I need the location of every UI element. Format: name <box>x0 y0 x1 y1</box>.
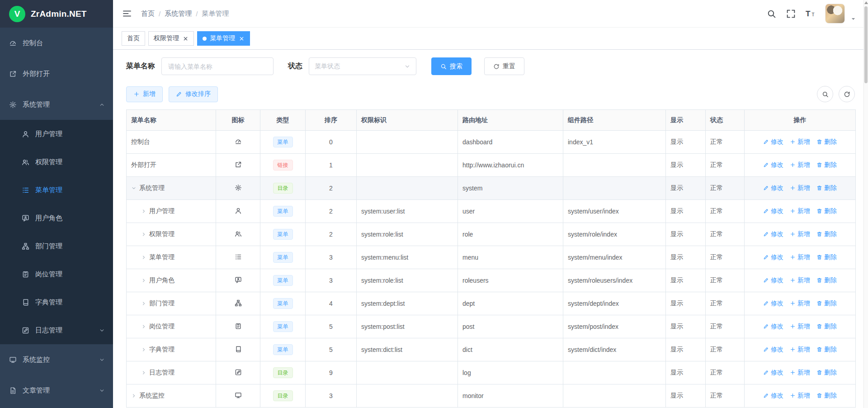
page-scrollbar[interactable] <box>863 0 868 408</box>
row-add-button[interactable]: 新增 <box>790 323 810 331</box>
row-add-button[interactable]: 新增 <box>790 346 810 354</box>
row-delete-button[interactable]: 删除 <box>816 253 837 261</box>
row-delete-button[interactable]: 删除 <box>816 138 837 146</box>
row-add-button[interactable]: 新增 <box>790 369 810 377</box>
table-row-dashboard[interactable]: 控制台 菜单0dashboardindex_v1显示正常修改新增删除 <box>127 131 856 154</box>
row-add-button[interactable]: 新增 <box>790 299 810 308</box>
row-edit-button[interactable]: 修改 <box>763 230 783 238</box>
tab-menu[interactable]: 菜单管理 <box>197 31 250 46</box>
sidebar-item-monitor[interactable]: 系统监控 <box>0 344 113 375</box>
row-add-button[interactable]: 新增 <box>790 161 810 169</box>
row-edit-button[interactable]: 修改 <box>763 346 783 354</box>
sidebar-item-dict[interactable]: 字典管理 <box>0 288 113 316</box>
cell-menu-name: 系统管理 <box>127 177 216 200</box>
row-delete-button[interactable]: 删除 <box>816 161 837 169</box>
row-add-button[interactable]: 新增 <box>790 230 810 238</box>
row-add-button[interactable]: 新增 <box>790 184 810 192</box>
row-delete-button[interactable]: 删除 <box>816 299 837 308</box>
row-edit-button[interactable]: 修改 <box>763 392 783 400</box>
row-edit-button[interactable]: 修改 <box>763 207 783 215</box>
menu-name-input[interactable] <box>161 57 274 75</box>
cell-icon <box>216 246 260 269</box>
row-edit-button[interactable]: 修改 <box>763 299 783 308</box>
row-delete-button[interactable]: 删除 <box>816 392 837 400</box>
row-add-button[interactable]: 新增 <box>790 253 810 261</box>
row-delete-button[interactable]: 删除 <box>816 207 837 215</box>
sidebar-item-external-link[interactable]: 外部打开 <box>0 58 113 89</box>
sidebar-item-menu[interactable]: 菜单管理 <box>0 176 113 204</box>
sidebar-item-roleusers[interactable]: 用户角色 <box>0 204 113 232</box>
table-row-menu[interactable]: 菜单管理 菜单3system:menu:listmenusystem/menu/… <box>127 246 856 269</box>
sidebar-item-user[interactable]: 用户管理 <box>0 120 113 148</box>
scrollbar-up-arrow[interactable] <box>864 1 868 4</box>
row-edit-button[interactable]: 修改 <box>763 323 783 331</box>
table-row-dept[interactable]: 部门管理 菜单4system:dept:listdeptsystem/dept/… <box>127 292 856 315</box>
cell-visible: 显示 <box>666 200 706 223</box>
row-add-button[interactable]: 新增 <box>790 276 810 285</box>
chevron-right-icon <box>141 209 146 214</box>
search-icon[interactable] <box>767 9 776 19</box>
tab-home[interactable]: 首页 <box>122 31 145 46</box>
cell-icon <box>216 384 260 408</box>
cell-actions: 修改新增删除 <box>745 338 856 361</box>
row-delete-button[interactable]: 删除 <box>816 323 837 331</box>
sidebar-item-dept[interactable]: 部门管理 <box>0 232 113 260</box>
scrollbar-thumb[interactable] <box>864 6 868 83</box>
plus-icon <box>790 277 796 283</box>
add-button[interactable]: 新增 <box>126 86 163 102</box>
row-edit-button[interactable]: 修改 <box>763 184 783 192</box>
table-row-post[interactable]: 岗位管理 菜单5system:post:listpostsystem/post/… <box>127 315 856 338</box>
row-edit-button[interactable]: 修改 <box>763 276 783 285</box>
row-edit-button[interactable]: 修改 <box>763 253 783 261</box>
reset-button[interactable]: 重置 <box>484 57 524 75</box>
table-row-dict[interactable]: 字典管理 菜单5system:dict:listdictsystem/dict/… <box>127 338 856 361</box>
table-row-log[interactable]: 日志管理 目录9log显示正常修改新增删除 <box>127 361 856 384</box>
cell-menu-name: 日志管理 <box>127 361 216 384</box>
collapse-sidebar-icon[interactable] <box>122 9 132 19</box>
row-delete-button[interactable]: 删除 <box>816 276 837 285</box>
tab-close-icon[interactable] <box>182 35 189 42</box>
breadcrumb-item-home[interactable]: 首页 <box>141 9 155 18</box>
toggle-search-button[interactable] <box>817 86 833 102</box>
cell-component <box>563 361 666 384</box>
cell-status: 正常 <box>706 131 745 154</box>
table-row-monitor[interactable]: 系统监控 目录3monitor显示正常修改新增删除 <box>127 384 856 408</box>
tab-close-icon[interactable] <box>238 35 245 42</box>
table-row-roleusers[interactable]: 用户角色 菜单3system:role:listroleuserssystem/… <box>127 269 856 292</box>
sidebar-item-dashboard[interactable]: 控制台 <box>0 28 113 58</box>
table-row-user[interactable]: 用户管理 菜单2system:user:listusersystem/user/… <box>127 200 856 223</box>
row-add-button[interactable]: 新增 <box>790 138 810 146</box>
row-delete-button[interactable]: 删除 <box>816 369 837 377</box>
post-icon <box>235 323 242 330</box>
status-select[interactable]: 菜单状态 <box>309 57 416 75</box>
sidebar-item-log[interactable]: 日志管理 <box>0 316 113 344</box>
refresh-table-button[interactable] <box>839 86 855 102</box>
row-edit-button[interactable]: 修改 <box>763 138 783 146</box>
table-row-system[interactable]: 系统管理 目录2system显示正常修改新增删除 <box>127 177 856 200</box>
row-delete-button[interactable]: 删除 <box>816 230 837 238</box>
row-delete-button[interactable]: 删除 <box>816 346 837 354</box>
sidebar-item-article[interactable]: 文章管理 <box>0 375 113 406</box>
app-logo[interactable]: V ZrAdmin.NET <box>0 0 113 28</box>
cell-perms <box>357 131 458 154</box>
row-add-button[interactable]: 新增 <box>790 392 810 400</box>
breadcrumb-item-menu[interactable]: 菜单管理 <box>202 9 229 18</box>
tab-role[interactable]: 权限管理 <box>148 31 194 46</box>
row-delete-button[interactable]: 删除 <box>816 184 837 192</box>
row-edit-button[interactable]: 修改 <box>763 161 783 169</box>
search-button[interactable]: 搜索 <box>431 57 472 75</box>
table-row-external[interactable]: 外部打开 链接1http://www.izhaorui.cn显示正常修改新增删除 <box>127 154 856 177</box>
user-avatar[interactable] <box>825 4 845 24</box>
user-menu-caret-icon[interactable] <box>850 16 856 22</box>
font-size-icon[interactable]: TT <box>806 9 815 19</box>
menu-name-text: 权限管理 <box>149 230 175 238</box>
sidebar-item-post[interactable]: 岗位管理 <box>0 260 113 288</box>
fullscreen-icon[interactable] <box>786 9 796 19</box>
breadcrumb-item-system[interactable]: 系统管理 <box>165 9 192 18</box>
table-row-role[interactable]: 权限管理 菜单2system:role:listrolesystem/role/… <box>127 223 856 246</box>
sidebar-item-system[interactable]: 系统管理 <box>0 89 113 120</box>
sort-button[interactable]: 修改排序 <box>169 86 218 102</box>
sidebar-item-role[interactable]: 权限管理 <box>0 148 113 176</box>
row-add-button[interactable]: 新增 <box>790 207 810 215</box>
row-edit-button[interactable]: 修改 <box>763 369 783 377</box>
